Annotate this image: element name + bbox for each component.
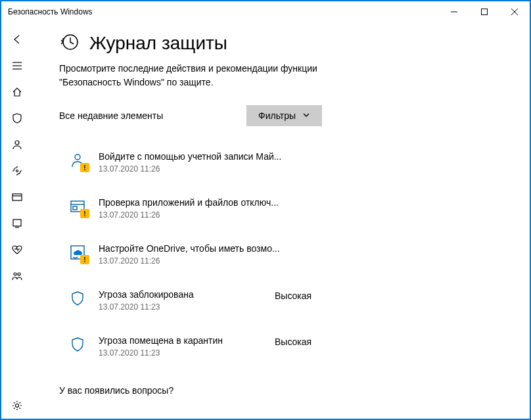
page-title: Журнал защиты	[89, 33, 227, 54]
event-text: Угроза заблокирована13.07.2020 11:23	[99, 289, 263, 312]
event-item[interactable]: !Проверка приложений и файлов отключ...1…	[59, 191, 503, 237]
event-title: Проверка приложений и файлов отключ...	[99, 197, 279, 208]
event-item[interactable]: Угроза заблокирована13.07.2020 11:23Высо…	[59, 283, 503, 329]
window-icon: !	[68, 197, 87, 216]
svg-point-8	[16, 170, 18, 172]
svg-point-7	[15, 141, 19, 145]
page-title-row: Журнал защиты	[59, 32, 503, 55]
event-title: Настройте OneDrive, чтобы иметь возмо...	[99, 243, 280, 254]
window-controls	[439, 1, 530, 22]
event-item[interactable]: Угроза помещена в карантин13.07.2020 11:…	[59, 329, 503, 375]
page-description: Просмотрите последние действия и рекомен…	[59, 62, 348, 89]
shield-icon	[68, 289, 87, 308]
event-text: Войдите с помощью учетной записи Май...1…	[99, 151, 281, 174]
event-text: Настройте OneDrive, чтобы иметь возмо...…	[99, 243, 280, 266]
filter-row: Все недавние элементы Фильтры	[59, 105, 503, 126]
nav-family-options[interactable]	[1, 263, 33, 289]
chevron-down-icon	[302, 110, 310, 121]
shield-icon	[68, 335, 87, 354]
warning-badge-icon: !	[80, 255, 89, 264]
nav-device-performance[interactable]	[1, 237, 33, 263]
warning-badge-icon: !	[80, 209, 89, 218]
event-severity: Высокая	[275, 289, 312, 301]
nav-firewall[interactable]	[1, 158, 33, 184]
event-timestamp: 13.07.2020 11:26	[99, 164, 281, 174]
event-text: Проверка приложений и файлов отключ...13…	[99, 197, 279, 220]
sidebar	[1, 22, 33, 419]
event-title: Угроза заблокирована	[99, 289, 263, 300]
event-timestamp: 13.07.2020 11:26	[99, 256, 280, 266]
onedrive-icon: !	[68, 243, 87, 262]
event-severity: Высокая	[275, 335, 312, 347]
back-button[interactable]	[1, 26, 33, 53]
event-list: !Войдите с помощью учетной записи Май...…	[59, 145, 503, 375]
history-icon	[59, 32, 80, 55]
event-item[interactable]: !Настройте OneDrive, чтобы иметь возмо..…	[59, 237, 503, 283]
event-title: Войдите с помощью учетной записи Май...	[99, 151, 281, 162]
svg-rect-9	[12, 194, 22, 200]
filters-button-label: Фильтры	[258, 110, 296, 121]
event-timestamp: 13.07.2020 11:26	[99, 210, 279, 220]
minimize-button[interactable]	[439, 1, 469, 22]
filters-button[interactable]: Фильтры	[246, 105, 322, 126]
svg-point-15	[16, 404, 19, 408]
content-area: Журнал защиты Просмотрите последние дейс…	[33, 22, 530, 419]
event-item[interactable]: !Войдите с помощью учетной записи Май...…	[59, 145, 503, 191]
titlebar: Безопасность Windows	[1, 1, 530, 22]
svg-point-17	[75, 154, 80, 160]
nav-app-browser[interactable]	[1, 184, 33, 210]
svg-point-14	[18, 273, 20, 275]
nav-device-security[interactable]	[1, 210, 33, 237]
close-button[interactable]	[499, 1, 530, 22]
footer-question: У вас появились вопросы?	[59, 385, 503, 396]
event-title: Угроза помещена в карантин	[99, 335, 263, 346]
filter-section-label: Все недавние элементы	[59, 110, 246, 121]
svg-rect-1	[482, 9, 488, 15]
nav-home[interactable]	[1, 79, 33, 105]
svg-point-13	[14, 273, 16, 275]
event-text: Угроза помещена в карантин13.07.2020 11:…	[99, 335, 263, 358]
svg-rect-20	[73, 206, 77, 210]
nav-settings[interactable]	[1, 392, 33, 419]
event-timestamp: 13.07.2020 11:23	[99, 348, 263, 358]
menu-button[interactable]	[1, 53, 33, 79]
window-title: Безопасность Windows	[8, 7, 439, 16]
event-timestamp: 13.07.2020 11:23	[99, 302, 263, 312]
warning-badge-icon: !	[80, 163, 89, 172]
maximize-button[interactable]	[469, 1, 499, 22]
nav-account-protection[interactable]	[1, 131, 33, 158]
person-icon: !	[68, 151, 87, 170]
svg-rect-11	[13, 220, 21, 226]
nav-virus-protection[interactable]	[1, 105, 33, 131]
